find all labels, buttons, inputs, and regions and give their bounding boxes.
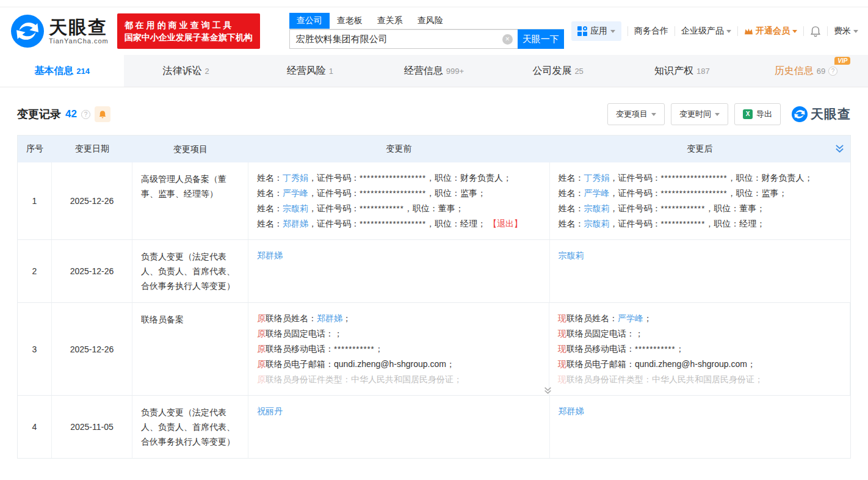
tianyancha-swirl-icon [11,15,44,48]
person-link[interactable]: 祝丽丹 [257,406,283,416]
person-link[interactable]: 宗馥莉 [283,203,308,213]
tab-经营风险[interactable]: 经营风险1 [248,55,372,87]
tab-label: 法律诉讼 [163,65,202,78]
text: 原 [257,329,266,338]
slogan-banner: 都在用的商业查询工具 国家中小企业发展子基金旗下机构 [117,13,260,49]
notification-bell-icon[interactable] [810,26,821,37]
text: 联络员电子邮箱：qundi.zheng@h-shgroup.com； [566,359,756,369]
person-link[interactable]: 郑群娣 [559,406,584,416]
open-vip-link[interactable]: 开通会员 [744,26,797,37]
change-line: 现联络员姓名：严学峰； [558,311,841,326]
tab-历史信息[interactable]: 历史信息69?VIP [744,55,868,87]
text: 原 [257,344,266,354]
excel-icon: X [743,109,753,119]
change-before: 祝丽丹 [248,396,550,458]
search-tab-查老板[interactable]: 查老板 [330,13,370,29]
text: ，职位：财务负责人； [728,173,813,183]
main-content: 变更记录 42 ? 变更项目 变更时间 X 导出 [0,103,868,459]
search-tab-查风险[interactable]: 查风险 [410,13,450,29]
change-line: 原联络员身份证件类型：中华人民共和国居民身份证； [257,372,540,387]
text: ，职位：财务负责人； [426,173,512,183]
person-link[interactable]: 郑群娣 [257,250,283,260]
collapse-all-icon[interactable] [835,144,844,155]
text: 姓名： [257,173,283,183]
tianyancha-logo[interactable]: 天眼查 TianYanCha.com [11,15,109,48]
tab-知识产权[interactable]: 知识产权187 [620,55,744,87]
text: ，证件号码： [308,219,360,228]
masked-value: ****************** [360,219,426,228]
person-link[interactable]: 宗馥莉 [584,203,610,213]
person-link[interactable]: 郑群娣 [283,219,308,228]
text: 原 [257,359,266,369]
person-link[interactable]: 宗馥莉 [584,219,610,228]
change-line: 现联络员电子邮箱：qundi.zheng@h-shgroup.com； [558,357,841,372]
person-link[interactable]: 严学峰 [618,313,643,323]
person-link[interactable]: 丁秀娟 [584,173,610,183]
tab-count: 69 [817,67,825,76]
menu-divider [827,26,828,36]
change-line: 姓名：宗馥莉，证件号码：************，职位：董事； [257,201,541,216]
help-icon[interactable]: ? [81,110,90,119]
masked-value: ****************** [360,173,426,183]
table-row: 42025-11-05负责人变更（法定代表人、负责人、首席代表、合伙事务执行人等… [18,396,850,459]
table-row: 32025-12-26联络员备案原联络员姓名：郑群娣；原联络员固定电话：；原联络… [18,303,850,396]
change-line: 姓名：郑群娣，证件号码：******************，职位：经理； 【退… [257,216,541,231]
filter-change-time-button[interactable]: 变更时间 [671,103,728,125]
text: 姓名： [559,188,584,198]
export-label: 导出 [756,109,772,120]
apps-menu-button[interactable]: 应用 [571,21,621,41]
tab-count: 25 [574,67,583,76]
search-submit-button[interactable]: 天眼一下 [518,29,564,49]
text: ，证件号码： [610,188,661,198]
open-vip-label: 开通会员 [756,26,790,37]
search-tab-查关系[interactable]: 查关系 [370,13,410,29]
text: 原 [257,374,266,384]
filter-change-item-button[interactable]: 变更项目 [607,103,665,125]
column-header-label: 变更后 [687,144,713,155]
export-button[interactable]: X 导出 [734,103,781,125]
tab-公司发展[interactable]: 公司发展25 [496,55,620,87]
person-link[interactable]: 严学峰 [283,188,308,198]
text: 姓名： [257,219,283,228]
search-input[interactable]: 宏胜饮料集团有限公司 × [289,29,518,49]
brand-domain: TianYanCha.com [49,37,109,45]
masked-value: ****************** [661,173,728,183]
user-menu[interactable]: 费米 [834,26,858,37]
column-header: 变更后 [549,136,850,162]
apps-grid-icon [577,26,587,36]
text: ，证件号码： [610,219,661,228]
tab-基本信息[interactable]: 基本信息214 [0,55,124,87]
clear-search-icon[interactable]: × [502,34,513,45]
tab-count: 1 [329,67,333,76]
text: ，职位：董事； [404,203,464,213]
expand-row-icon[interactable] [544,387,552,395]
masked-value: ************ [661,204,706,213]
search-tab-查公司[interactable]: 查公司 [289,13,330,29]
change-before: 郑群娣 [248,240,550,302]
text: ，证件号码： [308,188,360,198]
tab-经营信息[interactable]: 经营信息999+ [372,55,496,87]
person-link[interactable]: 宗馥莉 [559,250,584,260]
site-header: 天眼查 TianYanCha.com 都在用的商业查询工具 国家中小企业发展子基… [0,7,868,55]
column-header-label: 序号 [26,144,43,155]
slogan-line2: 国家中小企业发展子基金旗下机构 [125,31,253,43]
person-link[interactable]: 郑群娣 [317,313,342,323]
chevron-down-icon [715,113,720,116]
text: ，证件号码： [610,203,661,213]
subscribe-bell-button[interactable] [95,106,110,122]
person-link[interactable]: 丁秀娟 [283,173,308,183]
masked-value: ****************** [360,189,426,198]
text: ； [375,344,383,354]
enterprise-label: 企业级产品 [681,26,724,37]
text: 联络员姓名： [566,313,618,323]
change-line: 原联络员姓名：郑群娣； [257,311,540,326]
help-icon[interactable]: ? [828,67,837,76]
tab-法律诉讼[interactable]: 法律诉讼2 [124,55,248,87]
enterprise-product-link[interactable]: 企业级产品 [681,26,731,37]
row-number: 2 [18,240,52,302]
change-item: 负责人变更（法定代表人、负责人、首席代表、合伙事务执行人等变更） [132,240,248,302]
change-line: 原联络员电子邮箱：qundi.zheng@h-shgroup.com； [257,357,540,372]
business-coop-link[interactable]: 商务合作 [634,26,668,37]
text: 联络员姓名： [266,313,317,323]
person-link[interactable]: 严学峰 [584,188,610,198]
